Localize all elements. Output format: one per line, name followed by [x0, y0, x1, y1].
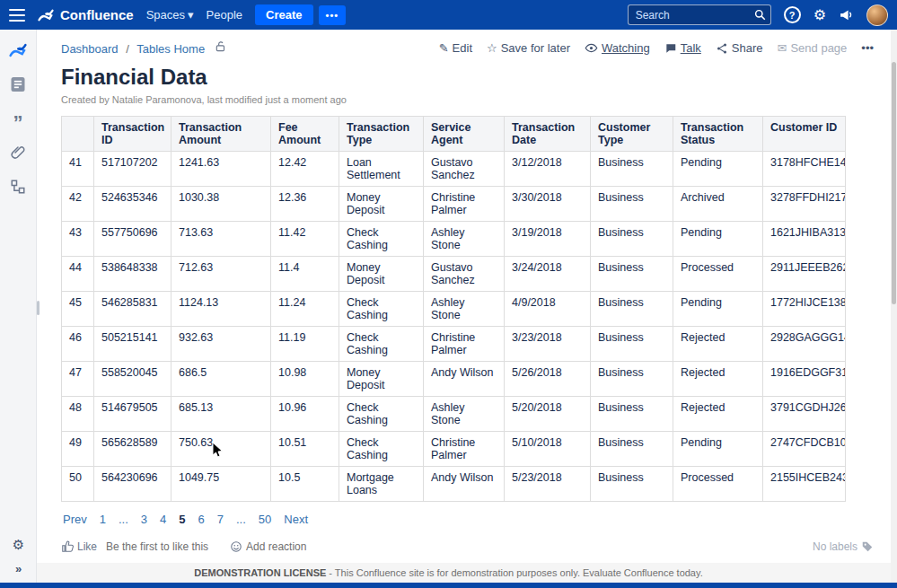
expand-sidebar-icon[interactable]: »: [15, 562, 22, 575]
pagination-link-50[interactable]: 50: [259, 513, 271, 526]
more-actions-button[interactable]: •••: [861, 41, 874, 55]
page-title: Financial Data: [61, 65, 874, 90]
table-cell: Check Cashing: [339, 432, 424, 467]
search-box: [628, 4, 771, 25]
edit-button[interactable]: ✎ Edit: [439, 41, 472, 55]
license-footer-bold: DEMONSTRATION LICENSE: [194, 567, 326, 578]
table-cell: 5/26/2018: [505, 362, 591, 397]
table-cell: 1621JHIBA3133: [763, 222, 846, 257]
thumbs-up-icon: [61, 540, 74, 553]
breadcrumb-tables-home[interactable]: Tables Home: [136, 42, 205, 56]
breadcrumb-dashboard[interactable]: Dashboard: [61, 42, 119, 56]
confluence-logo[interactable]: Confluence: [38, 7, 134, 23]
confluence-logo-icon: [38, 7, 54, 23]
save-for-later-button[interactable]: ☆ Save for later: [487, 41, 570, 55]
labels-button[interactable]: No labels: [813, 540, 874, 553]
row-number-cell: 47: [62, 362, 94, 397]
confluence-page: Confluence Spaces ▾ People Create ••• ? …: [0, 0, 897, 588]
social-row: Like Be the first to like this Add react…: [61, 540, 874, 553]
table-cell: Business: [591, 432, 673, 467]
nav-people[interactable]: People: [207, 8, 242, 22]
help-icon[interactable]: ?: [784, 6, 801, 23]
announcement-icon[interactable]: [839, 7, 854, 22]
row-number-cell: 49: [62, 432, 94, 467]
sidebar-item-page-tree[interactable]: [8, 177, 28, 197]
table-cell: 750.63: [171, 432, 271, 467]
pagination-link-next[interactable]: Next: [284, 513, 308, 526]
table-cell: 11.24: [271, 292, 339, 327]
column-header: Transaction Amount: [171, 117, 271, 152]
watching-button[interactable]: Watching: [585, 41, 650, 55]
nav-spaces[interactable]: Spaces ▾: [146, 8, 194, 22]
send-page-button[interactable]: ✉ Send page: [778, 41, 848, 55]
row-number-cell: 46: [62, 327, 94, 362]
user-avatar[interactable]: [866, 4, 888, 26]
pagination-link-4[interactable]: 4: [160, 513, 166, 526]
share-icon: [716, 42, 728, 55]
table-row: 415171072021241.6312.42Loan SettlementGu…: [62, 152, 846, 187]
table-cell: 3/19/2018: [505, 222, 591, 257]
pagination-link-prev[interactable]: Prev: [63, 513, 87, 526]
scrollbar-thumb[interactable]: [892, 62, 896, 304]
sidebar-item-space-home[interactable]: [8, 40, 28, 60]
table-cell: 11.4: [271, 257, 339, 292]
table-cell: Money Deposit: [339, 187, 424, 222]
table-cell: Loan Settlement: [339, 152, 424, 187]
pagination-current-page[interactable]: 5: [179, 513, 185, 526]
column-header: Customer ID: [763, 117, 846, 152]
sidebar-item-attachments[interactable]: [8, 143, 28, 162]
table-cell: Ashley Stone: [424, 397, 505, 432]
table-cell: 11.19: [271, 327, 339, 362]
table-cell: 11.42: [271, 222, 339, 257]
unrestricted-lock-icon[interactable]: [215, 40, 227, 53]
add-reaction-button[interactable]: Add reaction: [230, 540, 306, 553]
table-cell: 514679505: [94, 397, 171, 432]
talk-button[interactable]: Talk: [664, 41, 701, 55]
table-cell: Check Cashing: [339, 222, 424, 257]
license-footer-text: - This Confluence site is for demonstrat…: [329, 567, 702, 578]
scrollbar-track[interactable]: [891, 30, 897, 583]
table-cell: 10.98: [271, 362, 339, 397]
hamburger-menu-icon[interactable]: [9, 9, 25, 22]
column-header: Customer Type: [591, 117, 673, 152]
like-button[interactable]: Like: [61, 540, 97, 553]
pencil-icon: ✎: [439, 41, 449, 55]
column-header: Service Agent: [424, 117, 505, 152]
sidebar-item-pages[interactable]: [8, 75, 28, 94]
table-cell: Christine Palmer: [424, 432, 505, 467]
table-cell: Andy Wilson: [424, 467, 505, 502]
main-content: Dashboard / Tables Home ✎ Edit ☆ Save fo…: [38, 30, 897, 563]
confluence-space-icon: [9, 41, 27, 59]
table-cell: 517107202: [94, 152, 171, 187]
search-input[interactable]: [628, 4, 771, 25]
share-button[interactable]: Share: [716, 41, 763, 55]
table-cell: Check Cashing: [339, 327, 424, 362]
pagination-link-6[interactable]: 6: [198, 513, 205, 526]
pagination-link-3[interactable]: 3: [141, 513, 147, 526]
like-hint: Be the first to like this: [106, 540, 208, 553]
create-button[interactable]: Create: [255, 4, 312, 25]
star-icon: ☆: [487, 41, 497, 55]
table-cell: Business: [591, 327, 673, 362]
table-cell: 686.5: [171, 362, 271, 397]
row-number-cell: 43: [62, 222, 94, 257]
sidebar-item-blog[interactable]: ”: [8, 109, 28, 128]
pagination-link-7[interactable]: 7: [217, 513, 224, 526]
table-cell: 1241.63: [171, 152, 271, 187]
create-more-button[interactable]: •••: [319, 5, 347, 25]
table-cell: 5/23/2018: [505, 467, 591, 502]
space-settings-gear-icon[interactable]: ⚙: [13, 537, 24, 553]
table-cell: Business: [591, 222, 673, 257]
table-cell: 3/24/2018: [505, 257, 591, 292]
column-header: Transaction Date: [505, 117, 591, 152]
table-cell: Business: [591, 187, 673, 222]
column-header: Transaction Type: [339, 117, 424, 152]
table-cell: Christine Palmer: [424, 327, 505, 362]
sidebar-resize-handle[interactable]: [37, 301, 40, 315]
envelope-icon: ✉: [778, 41, 787, 55]
table-cell: 3278FFDHI2176: [763, 187, 846, 222]
gear-icon[interactable]: ⚙: [813, 8, 826, 22]
table-cell: 3/12/2018: [505, 152, 591, 187]
table-cell: 712.63: [171, 257, 271, 292]
pagination-link-1[interactable]: 1: [100, 513, 106, 526]
